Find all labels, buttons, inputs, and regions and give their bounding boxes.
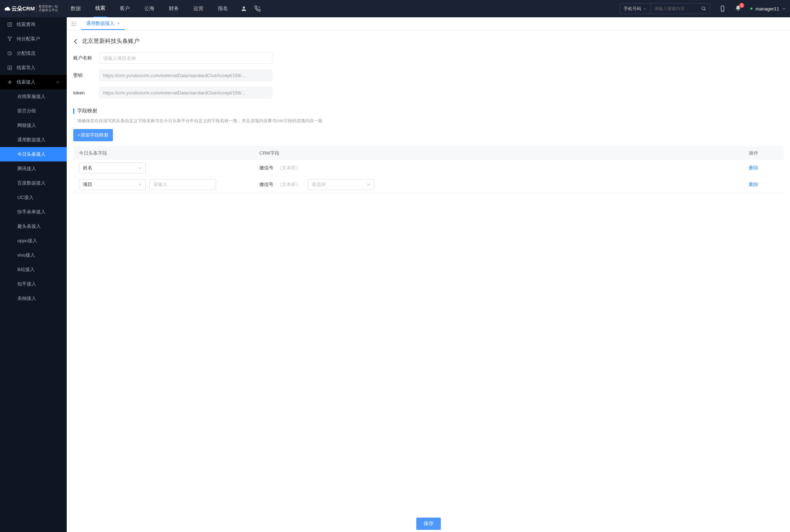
th-action: 操作 [749,150,778,156]
crm-field-label: 微信号 [259,181,273,188]
export-icon [7,65,12,70]
sidebar-toggle[interactable] [67,17,81,30]
chevron-down-icon [782,7,786,10]
back-icon[interactable] [73,39,78,44]
user-name: manager11 [755,6,779,12]
tabs-bar: 通用数据接入 × [67,17,790,30]
page-body: 北京昱新科技头条账户 账户名称 密钥 token 字段映射 请确保您在此填写的头… [67,30,790,532]
notification-bell[interactable]: 5 [735,5,741,13]
toutiao-field-select[interactable]: 姓名 [79,163,146,173]
top-nav-item[interactable]: 财务 [167,0,181,17]
sidebar-sub-item[interactable]: 今日头条接入 [0,147,67,161]
form-row-token: token [73,87,784,98]
search-icon[interactable] [701,6,706,11]
mobile-icon[interactable] [719,5,726,12]
sidebar-item[interactable]: 分配情况 [0,46,67,61]
sidebar-item[interactable]: 线索查询 [0,17,67,32]
chevron-up-icon [56,80,60,84]
content-area: 通用数据接入 × 北京昱新科技头条账户 账户名称 密钥 token [67,17,790,532]
logo-subtitle: 教育机构一站 式服务云平台 [36,5,58,12]
chevron-down-icon [643,7,647,10]
token-label: token [73,90,99,96]
table-row: 姓名微信号（文本框）删除 [73,160,784,176]
top-nav-item[interactable]: 公海 [142,0,156,17]
sidebar-sub-item[interactable]: 在线客服接入 [0,89,67,104]
crm-field-hint: （文本框） [277,181,300,188]
sidebar-sub-item[interactable]: UC接入 [0,190,67,205]
sidebar-sub-item[interactable]: oppo接入 [0,234,67,248]
sidebar-sub-item[interactable]: B站接入 [0,262,67,277]
top-header: 云朵CRM 教育机构一站 式服务云平台 数据线索客户公海财务运营报名 手机号码 … [0,0,790,17]
secret-label: 密钥 [73,72,99,79]
logo-main: 云朵CRM [4,5,35,12]
phone-icon[interactable] [254,5,261,12]
crm-value-select[interactable]: 请选择 [308,179,374,190]
sidebar-sub-item[interactable]: 知乎接入 [0,277,67,291]
section-title: 字段映射 [77,108,97,114]
top-nav-item[interactable]: 客户 [118,0,132,17]
top-nav-item[interactable]: 线索 [93,0,107,17]
tab-active[interactable]: 通用数据接入 × [81,17,125,30]
sidebar-sub-item[interactable]: vivo接入 [0,248,67,262]
sidebar-item-label: 分配情况 [17,50,35,57]
chevron-down-icon [138,183,142,186]
sidebar-sub-item[interactable]: 腾讯接入 [0,161,67,176]
list-icon [7,22,12,27]
close-icon[interactable]: × [117,21,120,26]
top-icons-group [241,5,261,12]
sidebar-item[interactable]: 线索导入 [0,61,67,75]
contact-icon[interactable] [241,5,247,12]
sidebar-sub-item[interactable]: 网校接入 [0,118,67,133]
footer-bar: 保存 [67,515,790,532]
notification-badge: 5 [739,3,744,8]
search-box: 手机号码 [620,3,710,14]
sidebar-item[interactable]: 线索接入 [0,75,67,89]
account-label: 账户名称 [73,55,99,61]
sidebar-sub-item[interactable]: 通用数据接入 [0,133,67,147]
svg-point-10 [9,81,10,83]
user-menu[interactable]: manager11 [750,6,786,12]
page-title: 北京昱新科技头条账户 [82,37,140,45]
delete-link[interactable]: 删除 [749,182,758,187]
breadcrumb: 北京昱新科技头条账户 [73,30,784,52]
top-nav-item[interactable]: 运营 [192,0,205,17]
filter-icon [7,36,12,41]
delete-link[interactable]: 删除 [749,165,758,170]
add-field-mapping-button[interactable]: +添加字段映射 [73,129,113,141]
sidebar-sub-item[interactable]: 趣头条接入 [0,219,67,234]
extra-input[interactable] [149,179,216,190]
search-input[interactable] [651,6,698,11]
toutiao-field-select[interactable]: 项目 [79,179,146,190]
chevron-down-icon [367,183,370,186]
top-nav-item[interactable]: 数据 [69,0,83,17]
sidebar-sub-item[interactable]: 快手表单接入 [0,205,67,219]
account-name-input[interactable] [99,52,272,64]
form-row-secret: 密钥 [73,70,784,81]
secret-input[interactable] [99,70,272,81]
svg-rect-5 [8,23,12,27]
section-header: 字段映射 [73,108,784,114]
online-status-dot [750,8,752,10]
table-header: 今日头条字段 CRM字段 操作 [73,147,784,160]
section-description: 请确保您在此填写的头条自定义字段名称与在今日头条平台中自定义的字段名称一致，并且… [73,118,784,124]
token-input[interactable] [99,87,272,98]
sidebar-sub-item[interactable]: 美柚接入 [0,291,67,306]
sidebar-sub-item[interactable]: 百度数据接入 [0,176,67,190]
crm-field-hint: （文本框） [277,165,300,171]
th-crm: CRM字段 [259,150,749,156]
logo: 云朵CRM 教育机构一站 式服务云平台 [4,5,58,12]
svg-point-2 [702,7,705,10]
sidebar: 线索查询待分配客户分配情况线索导入线索接入在线客服接入留言分组网校接入通用数据接… [0,17,67,532]
form-row-account: 账户名称 [73,52,784,64]
svg-rect-1 [243,11,245,12]
plug-icon [7,80,12,85]
svg-point-0 [243,6,245,9]
search-type-select[interactable]: 手机号码 [620,4,651,14]
sidebar-item[interactable]: 待分配客户 [0,32,67,46]
save-button[interactable]: 保存 [416,518,441,530]
sidebar-sub-item[interactable]: 留言分组 [0,104,67,118]
top-nav-item[interactable]: 报名 [216,0,230,17]
section-accent-bar [73,108,74,114]
sidebar-item-label: 线索查询 [17,21,35,28]
sidebar-item-label: 待分配客户 [17,36,40,42]
